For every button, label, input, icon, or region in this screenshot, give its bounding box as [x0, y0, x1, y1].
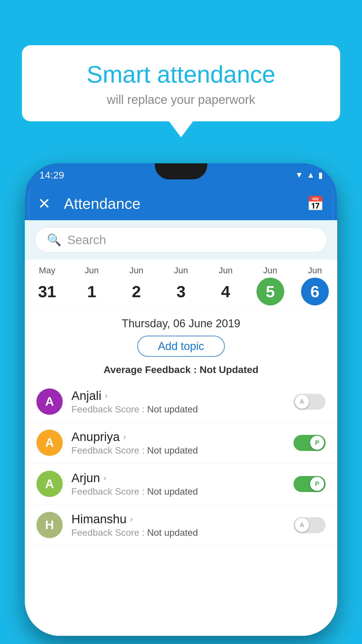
- student-name-3: Himanshu ›: [71, 512, 285, 526]
- date-day-0: 31: [33, 278, 61, 305]
- search-bar-container: 🔍 Search: [25, 220, 337, 260]
- student-item-0[interactable]: AAnjali ›Feedback Score : Not updatedA: [25, 381, 337, 422]
- date-day-3: 3: [167, 278, 195, 305]
- student-item-3[interactable]: HHimanshu ›Feedback Score : Not updatedA: [25, 505, 337, 546]
- status-time: 14:29: [39, 169, 64, 181]
- attendance-toggle-1[interactable]: P: [294, 435, 326, 451]
- search-icon: 🔍: [47, 233, 61, 247]
- calendar-icon[interactable]: 📅: [307, 195, 324, 212]
- date-day-2: 2: [122, 278, 150, 305]
- phone-frame: 14:29 ▼ ▲ ▮ ✕ Attendance 📅 🔍 Search May3…: [25, 163, 337, 636]
- wifi-icon: ▼: [295, 170, 303, 180]
- status-bar: 14:29 ▼ ▲ ▮: [25, 163, 337, 187]
- student-avatar-0: A: [36, 388, 63, 415]
- student-list: AAnjali ›Feedback Score : Not updatedAAA…: [25, 381, 337, 546]
- phone-screen: ✕ Attendance 📅 🔍 Search May31Jun1Jun2Jun…: [25, 187, 337, 636]
- content-area: Thursday, 06 June 2019 Add topic Average…: [25, 309, 337, 636]
- date-day-4: 4: [212, 278, 240, 305]
- speech-bubble-subtitle: will replace your paperwork: [39, 93, 323, 107]
- header-title: Attendance: [64, 195, 307, 212]
- date-cell-1[interactable]: Jun1: [69, 265, 114, 305]
- student-chevron-3: ›: [130, 514, 133, 524]
- student-name-1: Anupriya ›: [71, 430, 285, 444]
- date-month-1: Jun: [85, 265, 99, 275]
- student-info-3: Himanshu ›Feedback Score : Not updated: [71, 512, 285, 538]
- student-info-2: Arjun ›Feedback Score : Not updated: [71, 471, 285, 497]
- date-day-1: 1: [78, 278, 106, 305]
- student-feedback-1: Feedback Score : Not updated: [71, 445, 285, 456]
- student-avatar-3: H: [36, 512, 63, 538]
- student-feedback-3: Feedback Score : Not updated: [71, 527, 285, 538]
- student-feedback-0: Feedback Score : Not updated: [71, 404, 285, 415]
- date-day-5: 5: [256, 278, 284, 305]
- student-chevron-2: ›: [103, 473, 106, 483]
- add-topic-button[interactable]: Add topic: [137, 336, 225, 357]
- date-month-4: Jun: [219, 265, 233, 275]
- student-chevron-1: ›: [123, 432, 126, 442]
- student-info-1: Anupriya ›Feedback Score : Not updated: [71, 430, 285, 456]
- student-name-2: Arjun ›: [71, 471, 285, 485]
- date-month-0: May: [39, 265, 55, 275]
- student-item-2[interactable]: AArjun ›Feedback Score : Not updatedP: [25, 463, 337, 505]
- student-avatar-1: A: [36, 430, 63, 456]
- avg-feedback-label: Average Feedback :: [103, 364, 199, 375]
- status-icons: ▼ ▲ ▮: [295, 170, 323, 180]
- date-month-2: Jun: [129, 265, 143, 275]
- date-cell-6[interactable]: Jun6: [293, 265, 337, 305]
- selected-date-label: Thursday, 06 June 2019: [25, 309, 337, 336]
- search-placeholder: Search: [67, 233, 106, 247]
- date-month-3: Jun: [174, 265, 188, 275]
- toggle-knob-1: P: [310, 436, 324, 450]
- date-strip: May31Jun1Jun2Jun3Jun4Jun5Jun6: [25, 260, 337, 309]
- speech-bubble-title: Smart attendance: [39, 61, 323, 88]
- avg-feedback: Average Feedback : Not Updated: [25, 364, 337, 375]
- date-month-6: Jun: [308, 265, 322, 275]
- battery-icon: ▮: [318, 170, 323, 180]
- signal-icon: ▲: [307, 170, 315, 180]
- date-cell-4[interactable]: Jun4: [203, 265, 248, 305]
- student-item-1[interactable]: AAnupriya ›Feedback Score : Not updatedP: [25, 422, 337, 463]
- student-chevron-0: ›: [105, 391, 108, 400]
- student-name-0: Anjali ›: [71, 389, 285, 403]
- student-info-0: Anjali ›Feedback Score : Not updated: [71, 389, 285, 415]
- add-topic-label: Add topic: [158, 340, 204, 353]
- date-cell-5[interactable]: Jun5: [248, 265, 293, 305]
- toggle-knob-3: A: [295, 518, 309, 532]
- toggle-knob-0: A: [295, 395, 309, 409]
- app-header: ✕ Attendance 📅: [25, 187, 337, 220]
- attendance-toggle-3[interactable]: A: [294, 517, 326, 533]
- search-bar[interactable]: 🔍 Search: [35, 228, 327, 252]
- date-cell-2[interactable]: Jun2: [114, 265, 159, 305]
- date-cell-0[interactable]: May31: [25, 265, 69, 305]
- avg-feedback-value: Not Updated: [200, 364, 259, 375]
- toggle-knob-2: P: [310, 477, 324, 491]
- date-month-5: Jun: [263, 265, 277, 275]
- date-cell-3[interactable]: Jun3: [159, 265, 203, 305]
- student-avatar-2: A: [36, 471, 63, 497]
- attendance-toggle-0[interactable]: A: [294, 394, 326, 410]
- attendance-toggle-2[interactable]: P: [294, 476, 326, 492]
- close-button[interactable]: ✕: [38, 195, 51, 212]
- student-feedback-2: Feedback Score : Not updated: [71, 486, 285, 497]
- phone-notch: [155, 163, 207, 179]
- date-day-6: 6: [301, 278, 329, 305]
- speech-bubble-card: Smart attendance will replace your paper…: [22, 45, 340, 121]
